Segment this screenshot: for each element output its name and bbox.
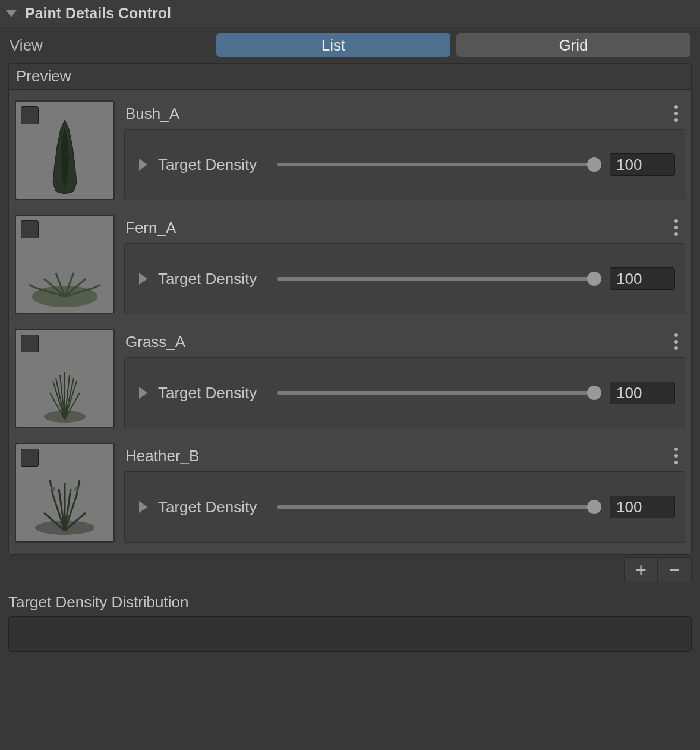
more-options-icon[interactable] (672, 103, 680, 124)
detail-thumbnail[interactable] (15, 215, 115, 314)
preview-body: Bush_A Target Density (9, 90, 691, 554)
density-foldout-icon[interactable] (139, 159, 147, 171)
select-checkbox[interactable] (21, 220, 39, 238)
detail-item: Grass_A Target Density (15, 329, 685, 428)
density-foldout-icon[interactable] (139, 273, 147, 285)
distribution-box[interactable] (8, 616, 692, 652)
density-box: Target Density (124, 243, 685, 314)
select-checkbox[interactable] (21, 335, 39, 352)
detail-right: Grass_A Target Density (124, 329, 685, 428)
density-value-input[interactable] (610, 382, 675, 404)
distribution-label: Target Density Distribution (0, 588, 700, 616)
more-options-icon[interactable] (672, 331, 680, 352)
density-slider-container (277, 267, 675, 290)
detail-thumbnail[interactable] (15, 443, 115, 543)
detail-name: Fern_A (125, 219, 176, 237)
detail-right: Heather_B Target Density (124, 443, 685, 543)
detail-right: Fern_A Target Density (124, 215, 685, 314)
density-value-input[interactable] (610, 267, 675, 290)
density-box: Target Density (124, 129, 685, 200)
detail-name-row: Bush_A (124, 100, 685, 129)
density-slider[interactable] (277, 277, 600, 281)
select-checkbox[interactable] (21, 106, 39, 124)
add-button[interactable]: + (625, 558, 658, 582)
tab-list[interactable]: List (216, 33, 450, 57)
view-label: View (10, 36, 216, 55)
density-slider-thumb[interactable] (587, 157, 601, 172)
detail-name: Bush_A (125, 105, 179, 123)
density-label: Target Density (158, 384, 277, 402)
density-slider-thumb[interactable] (587, 500, 601, 514)
density-label: Target Density (158, 270, 277, 288)
density-slider[interactable] (277, 163, 600, 166)
detail-thumbnail[interactable] (15, 329, 115, 428)
svg-point-1 (44, 411, 86, 423)
detail-name-row: Grass_A (124, 329, 685, 357)
density-label: Target Density (158, 156, 277, 174)
detail-name: Grass_A (125, 333, 185, 351)
density-slider[interactable] (277, 505, 600, 509)
plant-icon (38, 117, 92, 194)
tab-grid[interactable]: Grid (456, 33, 690, 57)
density-slider[interactable] (277, 391, 600, 395)
density-label: Target Density (158, 498, 277, 516)
detail-name-row: Heather_B (124, 443, 685, 471)
svg-point-4 (74, 487, 79, 491)
plant-icon (26, 267, 103, 308)
svg-point-0 (32, 286, 97, 307)
density-slider-container (277, 153, 675, 176)
view-tab-group: List Grid (216, 33, 690, 57)
density-box: Target Density (124, 471, 685, 543)
detail-thumbnail[interactable] (15, 100, 115, 200)
more-options-icon[interactable] (672, 445, 680, 467)
preview-section: Preview Bush_A Target Density (8, 63, 692, 555)
view-row: View List Grid (0, 27, 700, 63)
density-slider-container (277, 382, 675, 404)
detail-right: Bush_A Target Density (124, 100, 685, 200)
density-foldout-icon[interactable] (139, 501, 147, 513)
remove-button[interactable]: − (658, 558, 691, 582)
density-slider-thumb[interactable] (587, 272, 601, 286)
plant-icon (35, 369, 94, 423)
add-remove-box: + − (624, 557, 692, 582)
detail-item: Bush_A Target Density (15, 100, 685, 200)
panel-header: Paint Details Control (0, 0, 700, 27)
density-foldout-icon[interactable] (139, 387, 147, 399)
detail-name: Heather_B (125, 447, 199, 465)
detail-name-row: Fern_A (124, 215, 685, 243)
panel-foldout-icon[interactable] (6, 10, 17, 17)
preview-header: Preview (9, 64, 691, 90)
more-options-icon[interactable] (672, 217, 680, 238)
detail-item: Fern_A Target Density (15, 215, 685, 314)
panel-title: Paint Details Control (25, 5, 171, 22)
add-remove-row: + − (0, 555, 700, 588)
svg-point-2 (35, 521, 94, 535)
detail-item: Heather_B Target Density (15, 443, 685, 543)
select-checkbox[interactable] (21, 449, 39, 467)
density-slider-thumb[interactable] (587, 386, 601, 400)
plant-icon (26, 471, 103, 537)
density-box: Target Density (124, 357, 685, 428)
svg-point-3 (51, 487, 55, 491)
density-value-input[interactable] (610, 153, 675, 176)
density-value-input[interactable] (610, 496, 675, 518)
density-slider-container (277, 496, 675, 518)
